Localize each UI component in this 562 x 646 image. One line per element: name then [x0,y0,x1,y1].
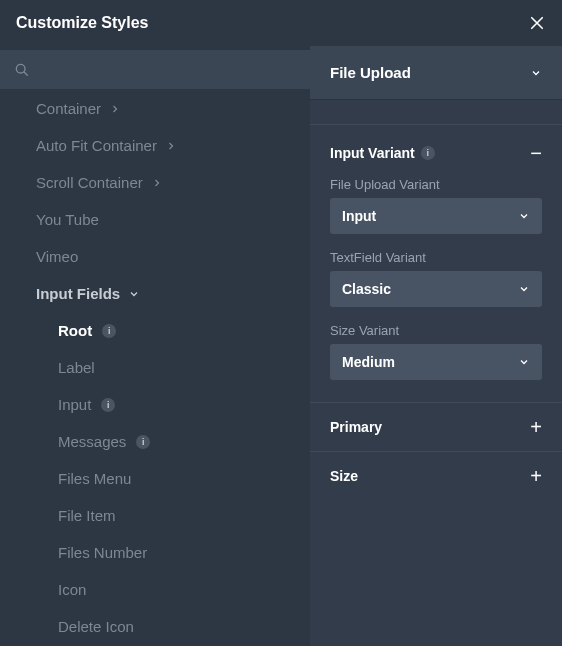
expand-icon: + [530,417,542,437]
tree-item-files-menu[interactable]: Files Menu [0,460,310,497]
tree-label: Auto Fit Container [36,137,157,154]
field-label: Size Variant [330,323,542,338]
field-size-variant: Size Variant Medium [330,323,542,380]
chevron-down-icon [530,67,542,79]
tree-label: Input [58,396,91,413]
info-badge: i [101,398,115,412]
tree-label: Root [58,322,92,339]
main: Container Auto Fit Container Scroll Cont… [0,46,562,646]
chevron-right-icon [165,140,177,152]
chevron-right-icon [109,103,121,115]
section-title: Input Variant [330,145,415,161]
close-button[interactable] [528,14,546,32]
section-title: Size [330,468,358,484]
tree-label: Label [58,359,95,376]
tree-item-vimeo[interactable]: Vimeo [0,238,310,275]
properties-panel: File Upload Input Variant i − File Uploa… [310,46,562,646]
tree-item-label[interactable]: Label [0,349,310,386]
select-value: Input [342,208,376,224]
field-label: TextField Variant [330,250,542,265]
tree-label: Icon [58,581,86,598]
tree-label: Input Fields [36,285,120,302]
tree-item-icon[interactable]: Icon [0,571,310,608]
select-textfield-variant[interactable]: Classic [330,271,542,307]
section-header-primary[interactable]: Primary + [310,402,562,451]
tree-label: Delete Icon [58,618,134,635]
tree-label: Scroll Container [36,174,143,191]
tree-label: File Item [58,507,116,524]
tree-label: Container [36,100,101,117]
search-bar [0,50,310,90]
select-value: Classic [342,281,391,297]
tree-item-container[interactable]: Container [0,90,310,127]
info-badge: i [421,146,435,160]
chevron-down-icon [518,356,530,368]
tree-item-scroll[interactable]: Scroll Container [0,164,310,201]
search-input[interactable] [38,62,296,78]
tree-label: You Tube [36,211,99,228]
info-badge: i [102,324,116,338]
tree-item-input[interactable]: Input i [0,386,310,423]
tree-item-delete-icon[interactable]: Delete Icon [0,608,310,645]
tree-item-input-fields[interactable]: Input Fields [0,275,310,312]
tree-label: Messages [58,433,126,450]
select-size-variant[interactable]: Medium [330,344,542,380]
panel-context-label: File Upload [330,64,411,81]
tree-item-file-item[interactable]: File Item [0,497,310,534]
section-input-variant: Input Variant i − File Upload Variant In… [310,124,562,402]
tree-item-root[interactable]: Root i [0,312,310,349]
field-label: File Upload Variant [330,177,542,192]
panel-context[interactable]: File Upload [310,46,562,100]
field-textfield-variant: TextField Variant Classic [330,250,542,307]
tree-item-files-number[interactable]: Files Number [0,534,310,571]
select-value: Medium [342,354,395,370]
tree-item-youtube[interactable]: You Tube [0,201,310,238]
tree-item-autofit[interactable]: Auto Fit Container [0,127,310,164]
section-title: Primary [330,419,382,435]
field-file-upload-variant: File Upload Variant Input [330,177,542,234]
sidebar: Container Auto Fit Container Scroll Cont… [0,46,310,646]
select-file-upload-variant[interactable]: Input [330,198,542,234]
info-badge: i [136,435,150,449]
collapse-icon: − [530,143,542,163]
search-icon [14,62,30,78]
chevron-down-icon [518,210,530,222]
chevron-down-icon [128,288,140,300]
section-header-input-variant[interactable]: Input Variant i − [330,139,542,167]
tree-label: Vimeo [36,248,78,265]
section-header-size[interactable]: Size + [310,451,562,500]
close-icon [528,14,546,32]
chevron-right-icon [151,177,163,189]
expand-icon: + [530,466,542,486]
tree-item-messages[interactable]: Messages i [0,423,310,460]
dialog-title: Customize Styles [16,14,148,32]
chevron-down-icon [518,283,530,295]
tree-label: Files Number [58,544,147,561]
tree-label: Files Menu [58,470,131,487]
dialog-header: Customize Styles [0,0,562,46]
